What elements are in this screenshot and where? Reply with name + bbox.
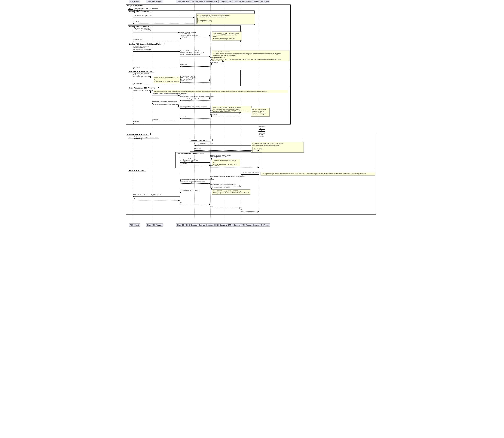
msg-not-found-3: Not Found! <box>133 68 180 70</box>
msg-lookup-edc-url: Lookup EDC URL (via BPN) <box>133 17 195 19</box>
frame-label: Send Request via EDC Proxying <box>128 87 159 89</box>
frame-label: Lookup Client's's EDC <box>190 139 213 142</box>
frame-label: Request PCF value <box>126 4 146 7</box>
msg-dtr-asset-id: DTR Asset ID <box>133 40 180 42</box>
note-assumption-dtr: Assumption: Due to DT Kit there should o… <box>212 32 242 41</box>
participant-company-pcf: Company_PCF_App <box>252 0 270 3</box>
msg-ok-4: OK <box>241 211 259 213</box>
participant-company-dtr: Company_DTR <box>218 0 233 3</box>
ref-login: ref Technical user login (not shown in d… <box>128 7 159 10</box>
note-multiple-edc: There could be multiple EDC URLs, but on… <box>153 76 181 83</box>
participant-company-pcf-b: Company_PCF_App <box>252 223 270 227</box>
note-can-use: Can we use existing PCF API directly? If… <box>251 108 270 117</box>
msg-pcf-asset-2: PCF Asset <box>180 164 210 166</box>
note-post-discovery-2: POST https://portal-backend.some.demo.ca… <box>251 142 304 153</box>
msg-pcf-asset-id: PCF Asset ID <box>133 84 180 86</box>
msg-invoke-asset: Invoke asset with reqID & comment <box>133 91 152 93</box>
msg-pcf-asset-id-2: PCF Asset ID <box>210 166 259 169</box>
msg-negotiate-dtr: Negotiate DTR access & lookup Twin's Sub… <box>180 55 210 58</box>
sequence-diagram: PCF_Client Client_API_Wapper Client_EDC … <box>126 0 379 227</box>
note-put-wrapper: PUT https:clientApiWrapperUrl/api/servic… <box>261 172 375 175</box>
msg-not-found-1: Not Found! <box>210 63 224 65</box>
frame-label: Lookup Clients PCF Receive Asset <box>175 152 208 155</box>
frame-label: Push PCF to Client <box>128 169 148 172</box>
msg-ok-1: OK <box>133 199 180 202</box>
participant-company-api-b: Company_API_Wapper <box>233 223 253 227</box>
msg-pcf-asset: PCF Asset <box>180 82 210 84</box>
msg-pcf-call-id-2: PCF endpoint call incl. req.ID <box>180 191 210 194</box>
msg-lookup-edc-url-2: Lookup EDC URL (via BPN) <box>195 145 259 147</box>
msg-negotiate-proxy-1: Negotiate access to asset and enable pro… <box>152 95 180 97</box>
msg-ok-3: OK <box>210 207 241 209</box>
msg-not-found-2: Not Found! <box>180 66 210 68</box>
msg-agreement-3: Agreement & EndpointDataReference <box>180 183 210 185</box>
msg-lookup-twin-submodel: Lookup Twin's Submodel in Companies DTR … <box>133 51 180 53</box>
msg-ok-2: OK <box>180 203 210 206</box>
participant-client-api-b: Client_API_Wapper <box>146 223 163 227</box>
msg-lookup-pcf-exchange: Lookup Companies PCF Exchange Asset (via… <box>133 76 152 78</box>
note-post-discovery: POST https://portal-backend.some.demo.ca… <box>196 13 255 24</box>
note-using-pcf-put: Using PCF API through EDC via HTTP Proxy… <box>212 189 250 195</box>
participant-company-edc-b: Company_EDC <box>205 223 219 227</box>
msg-dtr-asset: DTR Asset <box>180 38 210 40</box>
msg-edc-url: EDC URL <box>133 22 195 25</box>
msg-agreement-1: Agreement & EndpointDataReference <box>180 100 210 102</box>
participant-edc-disc: EDC_Discovery_Service <box>185 0 206 3</box>
msg-accepted-4: Accepted <box>133 122 152 124</box>
msg-negotiate-proxy-3: Negotiate access to asset and enable pro… <box>210 177 241 180</box>
msg-approve: Approve PCF Request and calculate PCF if… <box>259 126 265 132</box>
frame-label: Receive/Send PCF value <box>126 133 151 136</box>
msg-accepted-3: Accepted <box>152 120 180 122</box>
msg-pcf-call-bpn-2: PCF endpoint call incl. req.ID, BPN (Hea… <box>133 196 180 198</box>
participant-edc-disc-b: EDC_Discovery_Service <box>185 223 206 227</box>
msg-lookup-dtr: Lookup Companies DTR (via Company's EDC … <box>133 32 180 34</box>
note-get-wrapper: GET https:clientApiWrapperUrl/api/servic… <box>153 90 288 93</box>
participant-pcf-client-b: PCF_Client <box>129 223 140 227</box>
msg-edc-url-2: EDC URL <box>195 150 259 152</box>
msg-pcf-call-1: PCF endpoint call incl. req.ID & comment <box>152 105 180 107</box>
frame-label: Lookup Company's EDC <box>128 11 153 13</box>
ref-login-2: ref Technical user login (not shown in d… <box>128 136 159 139</box>
participant-company-dtr-b: Company_DTR <box>218 223 233 227</box>
participant-company-api: Company_API_Wapper <box>233 0 253 3</box>
msg-pcf-call-2: PCF endpoint call incl. req.ID & comment <box>180 108 210 110</box>
participant-client-api: Client_API_Wapper <box>146 0 163 3</box>
frame-label: Lookup PCF Submodel of Material Twin <box>128 43 165 45</box>
msg-accepted-2: Accepted <box>180 118 210 120</box>
msg-accepted-1: Accepted <box>210 115 241 117</box>
frame-label: Discover PCF Asset via Type <box>128 70 156 73</box>
participant-pcf-client: PCF_Client <box>129 0 140 3</box>
ref-login-title: Technical user login (not shown in detai… <box>134 136 159 140</box>
participant-company-edc: Company_EDC <box>205 0 219 3</box>
